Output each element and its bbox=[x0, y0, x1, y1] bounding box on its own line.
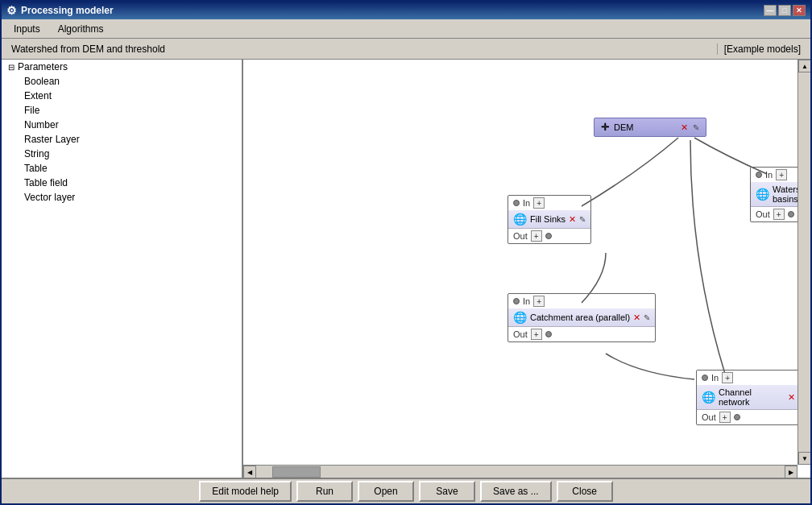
ca-in-row: In + bbox=[508, 294, 655, 308]
cn-header: 🌐 Channel network ✕ ✎ bbox=[697, 385, 810, 410]
ca-in-plus[interactable]: + bbox=[533, 296, 545, 307]
wb-in-dot bbox=[756, 172, 762, 178]
save-button[interactable]: Save bbox=[419, 481, 475, 502]
window-controls[interactable]: — □ ✕ bbox=[764, 5, 806, 16]
channel-network-node[interactable]: In + 🌐 Channel network ✕ ✎ Out + bbox=[696, 370, 810, 425]
menu-bar: Inputs Algorithms bbox=[2, 19, 810, 39]
close-button[interactable]: Close bbox=[557, 481, 613, 502]
fill-sinks-node[interactable]: In + 🌐 Fill Sinks ✕ ✎ Out + bbox=[508, 195, 591, 244]
ca-out-plus[interactable]: + bbox=[531, 329, 542, 340]
ca-out-dot bbox=[545, 331, 552, 337]
parameters-label: Parameters bbox=[18, 61, 68, 72]
dem-label: DEM bbox=[614, 122, 633, 132]
expand-icon: ⊟ bbox=[8, 63, 14, 72]
cn-out-label: Out bbox=[702, 412, 716, 422]
bottom-toolbar: Edit model help Run Open Save Save as ..… bbox=[2, 478, 810, 503]
fill-sinks-edit-icon[interactable]: ✎ bbox=[579, 215, 586, 224]
algorithms-tab[interactable]: Algorithms bbox=[49, 20, 113, 38]
ca-header: 🌐 Catchment area (parallel) ✕ ✎ bbox=[508, 308, 655, 327]
sidebar-item-table[interactable]: Table bbox=[2, 161, 242, 176]
title-bar: ⚙ Processing modeler — □ ✕ bbox=[2, 2, 810, 19]
sidebar-item-string[interactable]: String bbox=[2, 147, 242, 161]
ca-in-label: In bbox=[523, 296, 530, 306]
model-name-label: Watershed from DEM and threshold bbox=[5, 43, 717, 55]
wb-out-plus[interactable]: + bbox=[773, 209, 785, 220]
dem-node[interactable]: ✛ DEM ✕ ✎ bbox=[594, 118, 706, 137]
sidebar-item-number[interactable]: Number bbox=[2, 118, 242, 132]
sidebar-item-file[interactable]: File bbox=[2, 103, 242, 118]
wb-out-dot bbox=[788, 211, 794, 217]
fill-sinks-out-dot bbox=[545, 233, 552, 239]
ca-close-icon[interactable]: ✕ bbox=[633, 313, 640, 323]
ca-globe-icon: 🌐 bbox=[513, 311, 527, 324]
scroll-right-button[interactable]: ▶ bbox=[785, 466, 798, 478]
dem-edit-icon[interactable]: ✎ bbox=[693, 123, 699, 132]
cn-in-label: In bbox=[711, 373, 719, 383]
cn-out-dot bbox=[734, 414, 740, 420]
app-icon: ⚙ bbox=[6, 4, 17, 17]
catchment-area-node[interactable]: In + 🌐 Catchment area (parallel) ✕ ✎ Out… bbox=[508, 293, 656, 342]
fill-sinks-in-row: In + bbox=[508, 196, 590, 210]
ca-out-row: Out + bbox=[508, 327, 655, 341]
wb-in-label: In bbox=[765, 170, 773, 180]
sidebar-item-raster-layer[interactable]: Raster Layer bbox=[2, 132, 242, 147]
scroll-down-button[interactable]: ▼ bbox=[798, 452, 810, 465]
sidebar: ⊟ Parameters Boolean Extent File Number … bbox=[2, 60, 243, 478]
dem-plus-icon: ✛ bbox=[601, 122, 609, 133]
cn-globe-icon: 🌐 bbox=[702, 391, 715, 404]
ca-label: Catchment area (parallel) bbox=[530, 313, 630, 322]
fill-sinks-label: Fill Sinks bbox=[530, 214, 566, 224]
model-canvas[interactable]: ✛ DEM ✕ ✎ In + 🌐 Fill Sinks bbox=[243, 60, 810, 478]
wb-in-plus[interactable]: + bbox=[776, 169, 787, 180]
cn-out-row: Out + bbox=[697, 410, 810, 424]
fill-sinks-in-dot bbox=[513, 200, 520, 206]
fill-sinks-in-label: In bbox=[523, 198, 530, 208]
cn-close-icon[interactable]: ✕ bbox=[788, 392, 795, 403]
ca-out-label: Out bbox=[513, 329, 528, 339]
window-title: Processing modeler bbox=[21, 5, 114, 16]
fill-sinks-out-plus[interactable]: + bbox=[531, 230, 542, 242]
scroll-track-h bbox=[256, 466, 785, 478]
sidebar-item-boolean[interactable]: Boolean bbox=[2, 74, 242, 89]
scroll-up-button[interactable]: ▲ bbox=[798, 60, 810, 72]
ca-in-dot bbox=[513, 298, 520, 304]
parameters-group[interactable]: ⊟ Parameters bbox=[2, 60, 242, 74]
wb-globe-icon: 🌐 bbox=[756, 188, 769, 201]
wb-out-label: Out bbox=[756, 209, 770, 219]
dem-close-icon[interactable]: ✕ bbox=[681, 122, 688, 133]
close-window-button[interactable]: ✕ bbox=[793, 5, 806, 16]
cn-in-plus[interactable]: + bbox=[722, 372, 733, 383]
fill-sinks-globe-icon: 🌐 bbox=[513, 213, 527, 226]
ca-edit-icon[interactable]: ✎ bbox=[644, 313, 650, 322]
fill-sinks-header: 🌐 Fill Sinks ✕ ✎ bbox=[508, 210, 590, 229]
example-label: [Example models] bbox=[717, 43, 807, 55]
cn-out-plus[interactable]: + bbox=[719, 412, 731, 423]
fill-sinks-close-icon[interactable]: ✕ bbox=[569, 214, 576, 225]
cn-label: Channel network bbox=[719, 387, 785, 407]
fill-sinks-out-row: Out + bbox=[508, 229, 590, 243]
sidebar-item-table-field[interactable]: Table field bbox=[2, 176, 242, 190]
fill-sinks-out-label: Out bbox=[513, 231, 528, 241]
cn-in-dot bbox=[702, 375, 708, 381]
horizontal-scrollbar[interactable]: ◀ ▶ bbox=[243, 465, 798, 478]
scroll-left-button[interactable]: ◀ bbox=[243, 466, 256, 478]
sidebar-item-vector-layer[interactable]: Vector layer bbox=[2, 190, 242, 205]
sidebar-item-extent[interactable]: Extent bbox=[2, 89, 242, 103]
edit-model-help-button[interactable]: Edit model help bbox=[199, 481, 292, 502]
fill-sinks-in-plus[interactable]: + bbox=[533, 197, 545, 209]
open-button[interactable]: Open bbox=[358, 481, 414, 502]
run-button[interactable]: Run bbox=[296, 481, 353, 502]
vertical-scrollbar[interactable]: ▲ ▼ bbox=[798, 60, 810, 465]
scroll-track-v bbox=[798, 72, 810, 452]
canvas-wrapper: ✛ DEM ✕ ✎ In + 🌐 Fill Sinks bbox=[243, 60, 810, 478]
minimize-button[interactable]: — bbox=[764, 5, 777, 16]
save-as-button[interactable]: Save as ... bbox=[480, 481, 552, 502]
content-area: ⊟ Parameters Boolean Extent File Number … bbox=[2, 60, 810, 478]
inputs-tab[interactable]: Inputs bbox=[5, 20, 49, 38]
toolbar-row: Watershed from DEM and threshold [Exampl… bbox=[2, 39, 810, 60]
maximize-button[interactable]: □ bbox=[778, 5, 791, 16]
cn-in-row: In + bbox=[697, 370, 810, 385]
